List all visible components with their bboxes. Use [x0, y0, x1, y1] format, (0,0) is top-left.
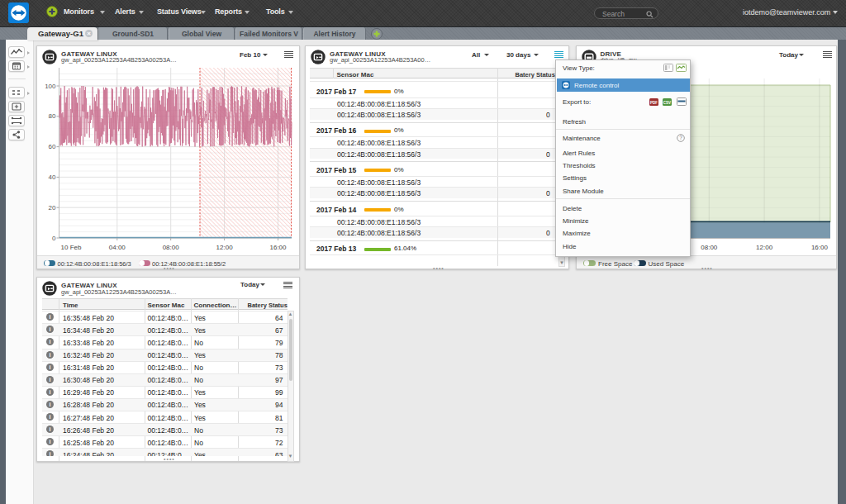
svg-text:40: 40 [49, 174, 56, 181]
svg-text:?: ? [679, 135, 682, 140]
svg-text:0: 0 [52, 235, 56, 242]
svg-text:16:00: 16:00 [269, 244, 287, 251]
svg-text:04:00: 04:00 [109, 244, 126, 251]
svg-text:12:00: 12:00 [756, 244, 773, 251]
svg-text:80: 80 [49, 112, 56, 120]
svg-text:20: 20 [49, 204, 56, 212]
svg-text:100: 100 [45, 83, 56, 90]
svg-text:PDF: PDF [650, 101, 658, 105]
svg-text:CSV: CSV [663, 101, 671, 105]
svg-text:10 Feb: 10 Feb [61, 244, 82, 251]
svg-text:08:00: 08:00 [163, 244, 180, 251]
svg-text:60: 60 [49, 143, 56, 150]
svg-text:16:00: 16:00 [811, 244, 829, 251]
svg-text:12:00: 12:00 [216, 244, 234, 251]
svg-text:08:00: 08:00 [701, 244, 718, 251]
